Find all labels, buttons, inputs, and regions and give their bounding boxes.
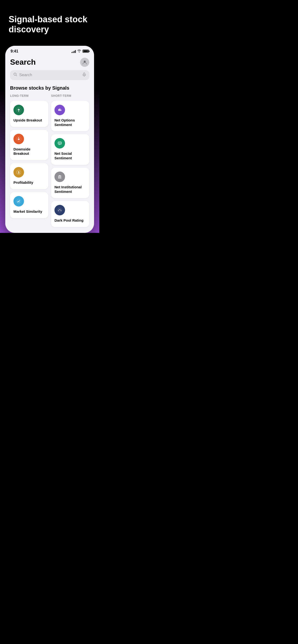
short-term-column: SHORT-TERM Net Options Sentiment bbox=[51, 94, 89, 227]
long-term-column: LONG-TERM Upside Breakout bbox=[10, 94, 48, 227]
svg-point-14 bbox=[59, 143, 60, 144]
svg-point-16 bbox=[60, 143, 61, 144]
svg-point-21 bbox=[58, 208, 62, 212]
svg-point-15 bbox=[60, 143, 60, 144]
dark-pool-rating-label: Dark Pool Rating bbox=[54, 218, 86, 223]
signals-grid: LONG-TERM Upside Breakout bbox=[10, 94, 89, 227]
background-wrapper: Signal-based stock discovery 9:41 bbox=[0, 0, 99, 233]
svg-rect-10 bbox=[58, 109, 59, 111]
net-options-sentiment-icon bbox=[54, 105, 65, 115]
net-options-sentiment-card[interactable]: Net Options Sentiment bbox=[51, 101, 89, 132]
dark-pool-rating-icon bbox=[54, 205, 65, 216]
browse-title: Browse stocks by Signals bbox=[10, 85, 89, 91]
dark-pool-rating-card[interactable]: Dark Pool Rating bbox=[51, 201, 89, 227]
net-social-sentiment-icon bbox=[54, 138, 65, 148]
net-institutional-sentiment-card[interactable]: Net Institutional Sentiment bbox=[51, 168, 89, 198]
upside-breakout-icon bbox=[14, 105, 24, 115]
profitability-label: Profitability bbox=[14, 180, 45, 185]
net-institutional-sentiment-icon bbox=[54, 172, 65, 182]
hero-section: Signal-based stock discovery bbox=[0, 0, 99, 43]
app-header: Search bbox=[10, 57, 89, 67]
svg-rect-12 bbox=[60, 110, 61, 111]
net-institutional-sentiment-label: Net Institutional Sentiment bbox=[54, 185, 86, 194]
net-social-sentiment-card[interactable]: Net Social Sentiment bbox=[51, 134, 89, 165]
svg-rect-2 bbox=[83, 73, 85, 75]
downside-breakout-icon bbox=[14, 134, 24, 144]
svg-rect-17 bbox=[58, 176, 59, 178]
profitability-card[interactable]: $ Profitability bbox=[10, 163, 48, 189]
market-similarity-icon bbox=[14, 196, 24, 206]
downside-breakout-label: Downside Breakout bbox=[14, 147, 45, 156]
market-similarity-label: Market Similarity bbox=[14, 210, 45, 214]
status-bar: 9:41 bbox=[5, 46, 94, 55]
net-options-sentiment-label: Net Options Sentiment bbox=[54, 118, 86, 127]
signal-bars-icon bbox=[72, 50, 76, 53]
wifi-icon bbox=[77, 49, 81, 53]
svg-rect-11 bbox=[60, 108, 60, 111]
status-icons bbox=[72, 49, 89, 53]
hero-title: Signal-based stock discovery bbox=[9, 14, 91, 35]
market-similarity-card[interactable]: Market Similarity bbox=[10, 192, 48, 218]
profile-avatar-button[interactable] bbox=[80, 58, 89, 67]
svg-rect-20 bbox=[58, 178, 61, 178]
app-title: Search bbox=[10, 58, 36, 66]
svg-point-0 bbox=[84, 60, 86, 62]
search-bar[interactable]: Search bbox=[10, 70, 89, 80]
search-input-placeholder: Search bbox=[19, 72, 81, 78]
long-term-label: LONG-TERM bbox=[10, 94, 48, 98]
net-social-sentiment-label: Net Social Sentiment bbox=[54, 152, 86, 160]
short-term-label: SHORT-TERM bbox=[51, 94, 89, 98]
app-content: Search Search bbox=[5, 55, 94, 233]
svg-rect-19 bbox=[60, 176, 61, 178]
svg-rect-18 bbox=[60, 176, 60, 178]
battery-icon bbox=[83, 50, 89, 53]
status-time: 9:41 bbox=[11, 49, 18, 54]
svg-text:$: $ bbox=[18, 171, 20, 174]
phone-frame: 9:41 bbox=[5, 46, 94, 233]
avatar-icon bbox=[82, 60, 87, 65]
svg-point-6 bbox=[19, 137, 19, 138]
microphone-icon[interactable] bbox=[83, 72, 86, 78]
upside-breakout-card[interactable]: Upside Breakout bbox=[10, 101, 48, 127]
svg-point-4 bbox=[19, 111, 19, 112]
search-icon bbox=[14, 72, 17, 78]
downside-breakout-card[interactable]: Downside Breakout bbox=[10, 130, 48, 160]
profitability-icon: $ bbox=[14, 167, 24, 178]
upside-breakout-label: Upside Breakout bbox=[14, 118, 45, 123]
